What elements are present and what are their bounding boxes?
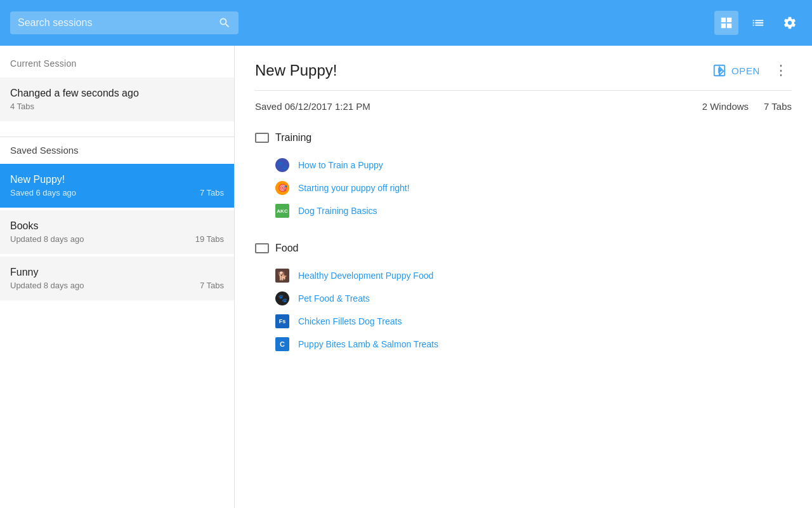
session-card-meta-right: 7 Tabs: [200, 281, 224, 290]
tab-favicon: 🐾: [275, 158, 289, 172]
current-session-section: Current Session Changed a few seconds ag…: [0, 58, 234, 121]
window-group-title: Training: [255, 132, 792, 144]
detail-meta: Saved 06/12/2017 1:21 PM 2 Windows 7 Tab…: [255, 101, 792, 112]
detail-title: New Puppy!: [255, 62, 712, 79]
tab-title: How to Train a Puppy: [298, 160, 383, 170]
saved-sessions-header: Saved Sessions: [0, 145, 234, 161]
open-button[interactable]: OPEN: [712, 64, 760, 77]
tab-favicon: C: [275, 337, 289, 351]
tab-favicon: 🐾: [275, 291, 289, 305]
current-session-changed: Changed a few seconds ago: [10, 88, 224, 99]
current-session-card[interactable]: Changed a few seconds ago 4 Tabs: [0, 77, 234, 121]
tab-item[interactable]: 🐕Healthy Development Puppy Food: [255, 264, 792, 287]
tab-title: Healthy Development Puppy Food: [298, 271, 433, 281]
window-group: Food🐕Healthy Development Puppy Food🐾Pet …: [255, 243, 792, 356]
tab-title: Chicken Fillets Dog Treats: [298, 316, 402, 326]
window-group: Training🐾How to Train a Puppy🎯Starting y…: [255, 132, 792, 222]
sidebar: Current Session Changed a few seconds ag…: [0, 46, 235, 508]
search-input[interactable]: [18, 17, 212, 29]
saved-sessions-title: Saved Sessions: [10, 145, 79, 156]
window-icon: [255, 133, 269, 143]
session-card-title: Funny: [10, 267, 224, 278]
detail-divider: [255, 90, 792, 91]
header: [0, 0, 812, 46]
session-card-meta-right: 7 Tabs: [200, 188, 224, 197]
tab-item[interactable]: 🐾Pet Food & Treats: [255, 287, 792, 310]
current-session-title: Current Session: [0, 58, 234, 75]
current-session-tabs: 4 Tabs: [10, 102, 34, 111]
window-name: Food: [275, 243, 298, 254]
settings-button[interactable]: [778, 11, 802, 35]
tab-item[interactable]: 🎯Starting your puppy off right!: [255, 177, 792, 199]
search-box: [10, 11, 239, 34]
detail-header: New Puppy! OPEN ⋮: [255, 61, 792, 80]
view-list-button[interactable]: [746, 11, 770, 35]
open-label: OPEN: [731, 65, 760, 76]
tab-title: Dog Training Basics: [298, 206, 377, 216]
tab-favicon: Fs: [275, 314, 289, 328]
detail-meta-right: 2 Windows 7 Tabs: [702, 101, 792, 112]
session-card-title: Books: [10, 220, 224, 232]
session-card-meta-left: Saved 6 days ago: [10, 188, 76, 197]
more-button[interactable]: ⋮: [770, 61, 792, 80]
tab-title: Starting your puppy off right!: [298, 183, 410, 193]
tab-favicon: 🐕: [275, 269, 289, 283]
window-group-title: Food: [255, 243, 792, 254]
tab-title: Puppy Bites Lamb & Salmon Treats: [298, 339, 438, 349]
saved-session-card[interactable]: Funny Updated 8 days ago 7 Tabs: [0, 257, 234, 300]
open-icon: [712, 64, 726, 77]
detail-tabs-count: 7 Tabs: [764, 101, 792, 112]
tab-title: Pet Food & Treats: [298, 293, 370, 304]
window-icon: [255, 243, 269, 253]
saved-sessions-section: Saved Sessions New Puppy! Saved 6 days a…: [0, 145, 234, 300]
saved-session-card[interactable]: New Puppy! Saved 6 days ago 7 Tabs: [0, 164, 234, 208]
session-card-meta-left: Updated 8 days ago: [10, 281, 84, 290]
window-name: Training: [275, 132, 311, 144]
detail-windows-count: 2 Windows: [702, 101, 749, 112]
list-icon: [751, 16, 765, 30]
search-icon: [218, 17, 231, 29]
session-card-meta: Saved 6 days ago 7 Tabs: [10, 188, 224, 197]
gear-icon: [783, 16, 797, 30]
session-list: New Puppy! Saved 6 days ago 7 Tabs Books…: [0, 164, 234, 300]
current-session-meta: 4 Tabs: [10, 102, 224, 111]
grid-icon: [719, 16, 733, 30]
detail-saved-date: Saved 06/12/2017 1:21 PM: [255, 101, 370, 112]
main-layout: Current Session Changed a few seconds ag…: [0, 46, 812, 508]
session-card-title: New Puppy!: [10, 174, 224, 185]
session-card-meta: Updated 8 days ago 7 Tabs: [10, 281, 224, 290]
windows-list: Training🐾How to Train a Puppy🎯Starting y…: [255, 132, 792, 356]
saved-session-card[interactable]: Books Updated 8 days ago 19 Tabs: [0, 210, 234, 254]
view-grid-button[interactable]: [714, 11, 738, 35]
tab-favicon: AKC: [275, 204, 289, 218]
tab-item[interactable]: AKCDog Training Basics: [255, 199, 792, 222]
session-card-meta-right: 19 Tabs: [195, 234, 224, 244]
tab-item[interactable]: FsChicken Fillets Dog Treats: [255, 310, 792, 333]
session-card-meta: Updated 8 days ago 19 Tabs: [10, 234, 224, 244]
tab-item[interactable]: CPuppy Bites Lamb & Salmon Treats: [255, 333, 792, 356]
session-card-meta-left: Updated 8 days ago: [10, 234, 84, 244]
tab-favicon: 🎯: [275, 181, 289, 195]
detail-panel: New Puppy! OPEN ⋮ Saved 06/12/2017 1:21 …: [235, 46, 812, 508]
sidebar-divider: [0, 137, 234, 137]
tab-item[interactable]: 🐾How to Train a Puppy: [255, 154, 792, 177]
